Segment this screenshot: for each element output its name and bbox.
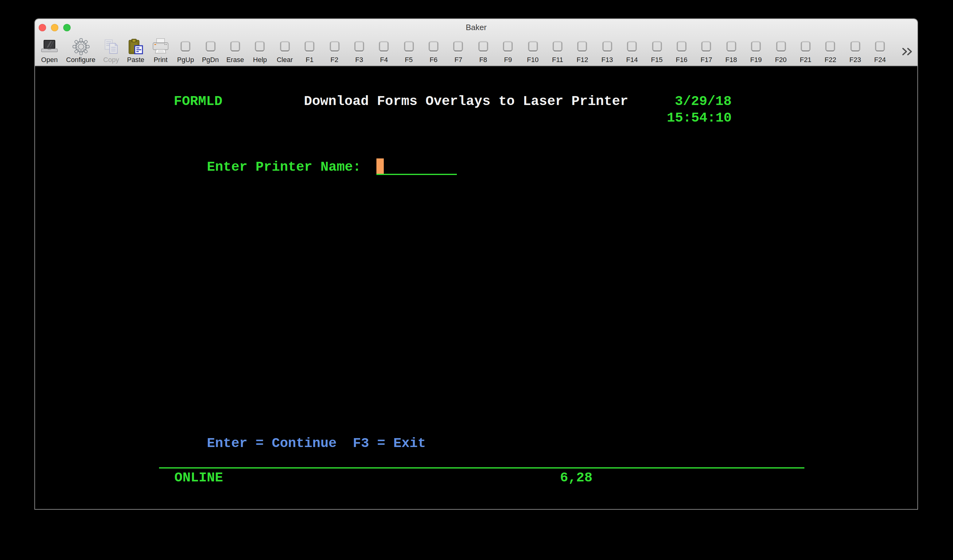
toolbar-button-paste[interactable]: Paste bbox=[123, 36, 148, 66]
toolbar-button-erase[interactable]: Erase bbox=[223, 36, 248, 66]
toolbar-button-f3[interactable]: F3 bbox=[347, 36, 371, 66]
blank-button-slot bbox=[404, 37, 414, 56]
toolbar-button-f13[interactable]: F13 bbox=[595, 36, 619, 66]
toolbar-button-f22[interactable]: F22 bbox=[818, 36, 843, 66]
toolbar-button-f9[interactable]: F9 bbox=[495, 36, 520, 66]
desktop: Baker Open bbox=[0, 0, 953, 560]
program-name: FORMLD bbox=[174, 93, 222, 110]
screen-title: Download Forms Overlays to Laser Printer bbox=[304, 93, 628, 110]
toolbar-button-label: Erase bbox=[226, 56, 244, 64]
blank-button-slot bbox=[379, 37, 389, 56]
toolbar-button-f6[interactable]: F6 bbox=[421, 36, 446, 66]
toolbar-button-label: F22 bbox=[825, 56, 836, 64]
blank-button-icon bbox=[304, 41, 314, 51]
toolbar-button-label: Configure bbox=[66, 56, 95, 64]
toolbar-button-f15[interactable]: F15 bbox=[644, 36, 669, 66]
traffic-lights bbox=[39, 24, 71, 31]
toolbar-button-f20[interactable]: F20 bbox=[768, 36, 793, 66]
blank-button-slot bbox=[329, 37, 339, 56]
toolbar-button-label: F1 bbox=[306, 56, 314, 64]
clipboard-icon-wrap bbox=[128, 37, 143, 56]
toolbar-button-label: F6 bbox=[430, 56, 438, 64]
toolbar-button-label: F5 bbox=[405, 56, 413, 64]
printer-name-input[interactable] bbox=[376, 158, 457, 175]
toolbar-button-f1[interactable]: F1 bbox=[297, 36, 322, 66]
blank-button-slot bbox=[428, 37, 438, 56]
toolbar-button-f21[interactable]: F21 bbox=[793, 36, 818, 66]
blank-button-icon bbox=[503, 41, 513, 51]
blank-button-slot bbox=[280, 37, 290, 56]
blank-button-icon bbox=[205, 41, 215, 51]
toolbar-overflow-chevron[interactable] bbox=[902, 47, 913, 58]
toolbar-button-label: F14 bbox=[626, 56, 638, 64]
blank-button-slot bbox=[801, 37, 810, 56]
blank-button-icon bbox=[428, 41, 438, 51]
screen-time: 15:54:10 bbox=[667, 110, 732, 127]
blank-button-slot bbox=[627, 37, 637, 56]
toolbar-button-label: F18 bbox=[725, 56, 737, 64]
toolbar-button-f16[interactable]: F16 bbox=[669, 36, 694, 66]
toolbar: Open Configure Copy bbox=[35, 36, 917, 66]
zoom-button[interactable] bbox=[63, 24, 71, 31]
title-bar[interactable]: Baker bbox=[35, 19, 917, 36]
toolbar-button-f24[interactable]: F24 bbox=[868, 36, 892, 66]
blank-button-icon bbox=[577, 41, 587, 51]
blank-button-icon bbox=[726, 41, 736, 51]
printer-name-prompt: Enter Printer Name: bbox=[207, 159, 361, 175]
toolbar-button-f17[interactable]: F17 bbox=[694, 36, 719, 66]
blank-button-icon bbox=[652, 41, 662, 51]
blank-button-slot bbox=[826, 37, 835, 56]
blank-button-icon bbox=[826, 41, 835, 51]
toolbar-button-open[interactable]: Open bbox=[36, 36, 63, 66]
toolbar-button-configure[interactable]: Configure bbox=[63, 36, 99, 66]
toolbar-button-pgdn[interactable]: PgDn bbox=[198, 36, 223, 66]
toolbar-button-label: F19 bbox=[750, 56, 762, 64]
toolbar-button-f18[interactable]: F18 bbox=[719, 36, 743, 66]
blank-button-icon bbox=[875, 41, 885, 51]
toolbar-button-clear[interactable]: Clear bbox=[272, 36, 297, 66]
gear-icon-wrap bbox=[72, 37, 89, 56]
blank-button-icon bbox=[627, 41, 637, 51]
toolbar-button-print[interactable]: Print bbox=[148, 36, 173, 66]
blank-button-icon bbox=[379, 41, 389, 51]
blank-button-icon bbox=[478, 41, 488, 51]
toolbar-button-f8[interactable]: F8 bbox=[471, 36, 495, 66]
toolbar-button-f5[interactable]: F5 bbox=[396, 36, 421, 66]
printer-icon bbox=[152, 38, 169, 55]
toolbar-button-f11[interactable]: F11 bbox=[545, 36, 570, 66]
toolbar-button-label: F8 bbox=[479, 56, 487, 64]
blank-button-slot bbox=[553, 37, 562, 56]
toolbar-button-f4[interactable]: F4 bbox=[371, 36, 396, 66]
blank-button-icon bbox=[329, 41, 339, 51]
minimize-button[interactable] bbox=[51, 24, 58, 31]
blank-button-icon bbox=[602, 41, 612, 51]
toolbar-button-f23[interactable]: F23 bbox=[843, 36, 868, 66]
toolbar-button-f10[interactable]: F10 bbox=[520, 36, 545, 66]
toolbar-button-label: PgDn bbox=[202, 56, 219, 64]
blank-button-slot bbox=[453, 37, 463, 56]
toolbar-button-label: Print bbox=[154, 56, 167, 64]
toolbar-button-label: PgUp bbox=[177, 56, 194, 64]
gear-icon bbox=[72, 38, 89, 55]
toolbar-button-label: F13 bbox=[601, 56, 613, 64]
toolbar-button-help[interactable]: Help bbox=[247, 36, 272, 66]
blank-button-icon bbox=[255, 41, 265, 51]
toolbar-button-f14[interactable]: F14 bbox=[619, 36, 644, 66]
toolbar-button-f12[interactable]: F12 bbox=[570, 36, 595, 66]
toolbar-button-f2[interactable]: F2 bbox=[322, 36, 347, 66]
toolbar-button-label: Open bbox=[41, 56, 58, 64]
blank-button-icon bbox=[702, 41, 711, 51]
toolbar-button-f7[interactable]: F7 bbox=[446, 36, 471, 66]
blank-button-slot bbox=[602, 37, 612, 56]
blank-button-icon bbox=[677, 41, 686, 51]
close-button[interactable] bbox=[39, 24, 46, 31]
blank-button-icon bbox=[280, 41, 290, 51]
screen-date: 3/29/18 bbox=[675, 93, 732, 110]
blank-button-slot bbox=[503, 37, 513, 56]
clipboard-icon bbox=[128, 38, 143, 54]
toolbar-button-label: F16 bbox=[676, 56, 688, 64]
toolbar-button-pgup[interactable]: PgUp bbox=[173, 36, 198, 66]
blank-button-slot bbox=[230, 37, 240, 56]
toolbar-button-f19[interactable]: F19 bbox=[743, 36, 768, 66]
blank-button-icon bbox=[354, 41, 364, 51]
